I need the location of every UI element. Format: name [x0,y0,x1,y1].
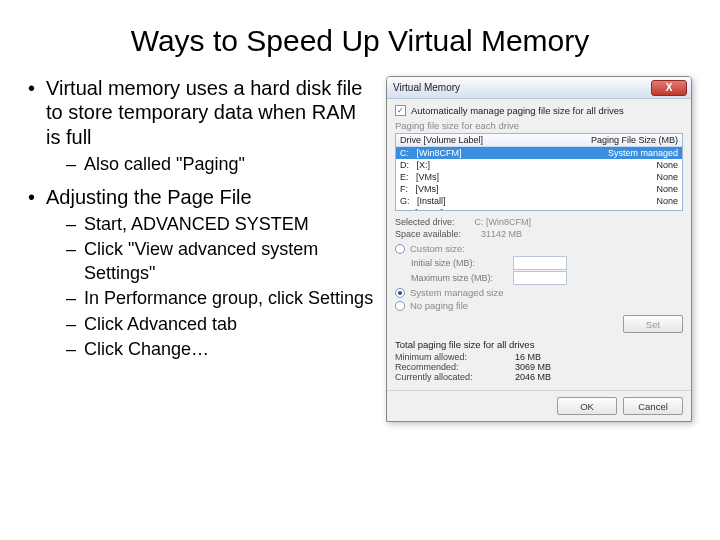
group-label: Paging file size for each drive [395,120,683,131]
recommended-value: 3069 MB [515,362,551,372]
drive-size: None [656,195,678,207]
drive-size: System managed [608,147,678,159]
no-paging-radio[interactable] [395,301,405,311]
drive-size: None [656,183,678,195]
selected-drive-value: C: [Win8CFM] [475,217,532,227]
drive-list-header: Drive [Volume Label] Paging File Size (M… [396,134,682,147]
totals-header: Total paging file size for all drives [395,339,683,350]
current-allocated-label: Currently allocated: [395,372,515,382]
dialog-title: Virtual Memory [391,82,651,93]
bullet-1: Virtual memory uses a hard disk file to … [28,76,376,177]
current-allocated-value: 2046 MB [515,372,551,382]
bullet-2-sub-4: Click Advanced tab [66,313,376,336]
bullet-2-sub-3: In Performance group, click Settings [66,287,376,310]
bullet-2: Adjusting the Page File Start, ADVANCED … [28,185,376,362]
custom-size-radio[interactable] [395,244,405,254]
drive-row[interactable]: E: [VMs] None [396,171,682,183]
virtual-memory-dialog: Virtual Memory X ✓ Automatically manage … [386,76,692,422]
dialog-titlebar[interactable]: Virtual Memory X [387,77,691,99]
space-available-label: Space available: [395,229,461,239]
drive-list[interactable]: Drive [Volume Label] Paging File Size (M… [395,133,683,211]
bullet-1-sub-1: Also called "Paging" [66,153,376,176]
no-paging-label: No paging file [410,300,468,311]
drive-label: E: [VMs] [400,171,656,183]
drive-row[interactable]: D: [X:] None [396,159,682,171]
bullet-column: Virtual memory uses a hard disk file to … [28,76,376,422]
min-allowed-value: 16 MB [515,352,541,362]
header-drive: Drive [Volume Label] [400,135,591,145]
drive-row[interactable]: G: [Install] None [396,195,682,207]
close-icon: X [666,82,673,93]
drive-size: None [656,207,678,211]
drive-row[interactable]: I: [VMs3] None [396,207,682,211]
system-managed-radio[interactable] [395,288,405,298]
drive-label: D: [X:] [400,159,656,171]
drive-label: C: [Win8CFM] [400,147,608,159]
bullet-2-sub-5: Click Change… [66,338,376,361]
bullet-1-text: Virtual memory uses a hard disk file to … [46,77,362,148]
maximum-size-label: Maximum size (MB): [411,273,507,283]
initial-size-input[interactable] [513,256,567,270]
bullet-2-sub-1: Start, ADVANCED SYSTEM [66,213,376,236]
selected-drive-label: Selected drive: [395,217,455,227]
min-allowed-label: Minimum allowed: [395,352,515,362]
maximum-size-input[interactable] [513,271,567,285]
drive-row[interactable]: C: [Win8CFM] System managed [396,147,682,159]
close-button[interactable]: X [651,80,687,96]
initial-size-label: Initial size (MB): [411,258,507,268]
cancel-button[interactable]: Cancel [623,397,683,415]
drive-label: I: [VMs3] [400,207,656,211]
recommended-label: Recommended: [395,362,515,372]
header-size: Paging File Size (MB) [591,135,678,145]
system-managed-label: System managed size [410,287,503,298]
auto-manage-checkbox[interactable]: ✓ [395,105,406,116]
bullet-2-text: Adjusting the Page File [46,186,252,208]
custom-size-label: Custom size: [410,243,465,254]
drive-row[interactable]: F: [VMs] None [396,183,682,195]
drive-label: F: [VMs] [400,183,656,195]
drive-size: None [656,159,678,171]
bullet-2-sub-2: Click "View advanced system Settings" [66,238,376,285]
drive-size: None [656,171,678,183]
set-button[interactable]: Set [623,315,683,333]
auto-manage-label: Automatically manage paging file size fo… [411,105,624,116]
ok-button[interactable]: OK [557,397,617,415]
space-available-value: 31142 MB [481,229,522,239]
slide-title: Ways to Speed Up Virtual Memory [28,24,692,58]
drive-label: G: [Install] [400,195,656,207]
